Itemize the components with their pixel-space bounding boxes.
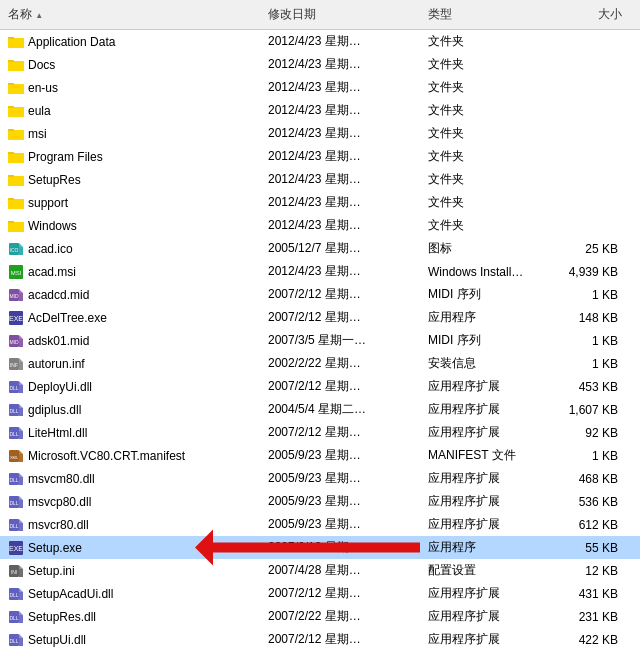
exe-icon: EXE <box>8 310 24 326</box>
svg-text:DLL: DLL <box>9 408 18 414</box>
svg-rect-71 <box>19 408 23 416</box>
svg-rect-109 <box>19 638 23 646</box>
file-name-label: AcDelTree.exe <box>28 311 107 325</box>
manifest-icon: XML <box>8 448 24 464</box>
folder-icon <box>8 172 24 188</box>
table-row[interactable]: INFautorun.inf2002/2/22 星期…安装信息1 KB <box>0 352 640 375</box>
svg-marker-66 <box>19 381 23 385</box>
folder-icon <box>8 103 24 119</box>
table-row[interactable]: XMLMicrosoft.VC80.CRT.manifest2005/9/23 … <box>0 444 640 467</box>
svg-text:EXE: EXE <box>9 315 23 322</box>
table-row[interactable]: DLLDeployUi.dll2007/2/12 星期…应用程序扩展453 KB <box>0 375 640 398</box>
file-size-cell: 1 KB <box>550 448 630 464</box>
file-name-cell: MIDadsk01.mid <box>0 332 260 350</box>
table-row[interactable]: INISetup.ini2007/4/28 星期…配置设置12 KB <box>0 559 640 582</box>
file-date-cell: 2012/4/23 星期… <box>260 170 420 189</box>
file-size-cell: 536 KB <box>550 494 630 510</box>
file-name-label: msvcr80.dll <box>28 518 89 532</box>
svg-text:INI: INI <box>11 569 17 575</box>
table-row[interactable]: Program Files2012/4/23 星期…文件夹 <box>0 145 640 168</box>
table-row[interactable]: MSIacad.msi2012/4/23 星期…Windows Install…… <box>0 260 640 283</box>
ini-icon: INI <box>8 563 24 579</box>
table-row[interactable]: DLLgdiplus.dll2004/5/4 星期二…应用程序扩展1,607 K… <box>0 398 640 421</box>
table-row[interactable]: DLLmsvcr80.dll2005/9/23 星期…应用程序扩展612 KB <box>0 513 640 536</box>
svg-marker-46 <box>19 243 23 247</box>
table-row[interactable]: ICOacad.ico2005/12/7 星期…图标25 KB <box>0 237 640 260</box>
file-date-cell: 2007/2/12 星期… <box>260 377 420 396</box>
file-date-cell: 2012/4/23 星期… <box>260 55 420 74</box>
svg-rect-28 <box>8 153 24 163</box>
col-header-name[interactable]: 名称 ▲ <box>0 4 260 25</box>
table-row[interactable]: DLLmsvcm80.dll2005/9/23 星期…应用程序扩展468 KB <box>0 467 640 490</box>
file-type-cell: 文件夹 <box>420 101 550 120</box>
table-row[interactable]: Application Data2012/4/23 星期…文件夹 <box>0 30 640 53</box>
svg-rect-14 <box>8 83 14 85</box>
svg-rect-29 <box>8 152 14 154</box>
file-name-cell: Application Data <box>0 33 260 51</box>
table-row[interactable]: eula2012/4/23 星期…文件夹 <box>0 99 640 122</box>
col-header-type[interactable]: 类型 <box>420 4 550 25</box>
dll-icon: DLL <box>8 494 24 510</box>
svg-text:DLL: DLL <box>9 500 18 506</box>
svg-rect-23 <box>8 130 24 140</box>
file-name-cell: INISetup.ini <box>0 562 260 580</box>
table-row[interactable]: EXESetup.exe2007/2/12 星期…应用程序55 KB <box>0 536 640 559</box>
svg-rect-101 <box>19 592 23 600</box>
dll-icon: DLL <box>8 402 24 418</box>
file-type-cell: 应用程序扩展 <box>420 423 550 442</box>
col-header-date[interactable]: 修改日期 <box>260 4 420 25</box>
table-row[interactable]: SetupRes2012/4/23 星期…文件夹 <box>0 168 640 191</box>
file-name-label: SetupUi.dll <box>28 633 86 647</box>
table-row[interactable]: DLLSetupAcadUi.dll2007/2/12 星期…应用程序扩展431… <box>0 582 640 605</box>
file-size-cell <box>550 41 630 43</box>
table-row[interactable]: Windows2012/4/23 星期…文件夹 <box>0 214 640 237</box>
dll-icon: DLL <box>8 379 24 395</box>
file-name-label: eula <box>28 104 51 118</box>
table-row[interactable]: MIDacadcd.mid2007/2/12 星期…MIDI 序列1 KB <box>0 283 640 306</box>
col-header-size[interactable]: 大小 <box>550 4 630 25</box>
svg-marker-70 <box>19 404 23 408</box>
file-type-cell: 文件夹 <box>420 193 550 212</box>
file-name-cell: DLLSetupUi.dll <box>0 631 260 649</box>
file-name-label: Setup.ini <box>28 564 75 578</box>
table-row[interactable]: MIDadsk01.mid2007/3/5 星期一…MIDI 序列1 KB <box>0 329 640 352</box>
file-size-cell: 12 KB <box>550 563 630 579</box>
file-name-cell: DLLDeployUi.dll <box>0 378 260 396</box>
svg-rect-59 <box>19 339 23 347</box>
svg-rect-97 <box>19 569 23 577</box>
file-date-cell: 2012/4/23 星期… <box>260 147 420 166</box>
mid-icon: MID <box>8 333 24 349</box>
table-row[interactable]: DLLmsvcp80.dll2005/9/23 星期…应用程序扩展536 KB <box>0 490 640 513</box>
svg-text:DLL: DLL <box>9 615 18 621</box>
svg-rect-13 <box>8 84 24 94</box>
file-size-cell <box>550 64 630 66</box>
file-name-cell: eula <box>0 102 260 120</box>
table-row[interactable]: DLLSetupUi.dll2007/2/12 星期…应用程序扩展422 KB <box>0 628 640 651</box>
file-name-cell: DLLSetupRes.dll <box>0 608 260 626</box>
svg-rect-9 <box>8 60 14 62</box>
file-type-cell: 文件夹 <box>420 78 550 97</box>
table-row[interactable]: DLLSetupRes.dll2007/2/22 星期…应用程序扩展231 KB <box>0 605 640 628</box>
file-date-cell: 2005/12/7 星期… <box>260 239 420 258</box>
file-date-cell: 2012/4/23 星期… <box>260 193 420 212</box>
table-row[interactable]: EXEAcDelTree.exe2007/2/12 星期…应用程序148 KB <box>0 306 640 329</box>
table-row[interactable]: Docs2012/4/23 星期…文件夹 <box>0 53 640 76</box>
file-date-cell: 2012/4/23 星期… <box>260 216 420 235</box>
file-size-cell: 92 KB <box>550 425 630 441</box>
file-size-cell <box>550 87 630 89</box>
svg-text:ICO: ICO <box>10 247 19 253</box>
file-name-cell: DLLmsvcr80.dll <box>0 516 260 534</box>
svg-rect-87 <box>19 500 23 508</box>
file-type-cell: 应用程序 <box>420 538 550 557</box>
file-size-cell: 1 KB <box>550 333 630 349</box>
svg-marker-90 <box>19 519 23 523</box>
svg-marker-52 <box>19 289 23 293</box>
table-row[interactable]: msi2012/4/23 星期…文件夹 <box>0 122 640 145</box>
table-row[interactable]: DLLLiteHtml.dll2007/2/12 星期…应用程序扩展92 KB <box>0 421 640 444</box>
file-size-cell <box>550 179 630 181</box>
folder-icon <box>8 218 24 234</box>
file-name-cell: EXESetup.exe <box>0 539 260 557</box>
table-row[interactable]: support2012/4/23 星期…文件夹 <box>0 191 640 214</box>
table-row[interactable]: en-us2012/4/23 星期…文件夹 <box>0 76 640 99</box>
file-name-label: support <box>28 196 68 210</box>
